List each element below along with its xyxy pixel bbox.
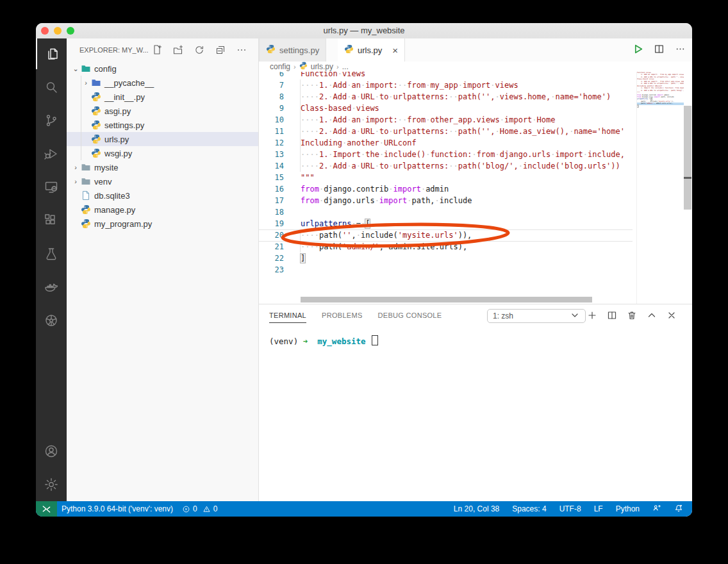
status-item-python[interactable]: Python <box>616 504 640 513</box>
terminal-select-value: 1: zsh <box>493 311 513 320</box>
status-item-ln-20-col-38[interactable]: Ln 20, Col 38 <box>454 504 499 513</box>
code-text: from·django.urls·import·path,·include <box>301 195 472 206</box>
explorer-actions <box>152 45 247 58</box>
kill-terminal-icon[interactable] <box>627 310 637 323</box>
feedback-icon[interactable] <box>652 504 661 515</box>
tree-item-wsgi-py[interactable]: wsgi.py <box>67 146 258 160</box>
code-line-11[interactable]: 11····2.·Add·a·URL·to·urlpatterns:··path… <box>259 126 633 137</box>
breadcrumb[interactable]: config› urls.py›... <box>259 62 692 72</box>
tree-item-my-program-py[interactable]: my_program.py <box>67 217 258 231</box>
close-icon[interactable]: × <box>392 46 398 55</box>
code-line-12[interactable]: 12Including·another·URLconf <box>259 137 633 149</box>
tree-item--pycache-[interactable]: ›__pycache__ <box>67 76 258 90</box>
code-line-17[interactable]: 17from·django.urls·import·path,·include <box>259 195 633 206</box>
activity-settings-gear-icon[interactable] <box>36 469 67 500</box>
status-left: Python 3.9.0 64-bit ('venv': venv) 0 0 <box>36 501 222 517</box>
code-line-16[interactable]: 16from·django.contrib·import·admin <box>259 183 633 195</box>
explorer-sidebar: EXPLORER: MY_W... ⌄config›__pycache__ __… <box>67 38 259 501</box>
code-line-19[interactable]: 19urlpatterns·=·[ <box>259 218 633 229</box>
split-terminal-icon[interactable] <box>607 310 617 323</box>
tree-item-venv[interactable]: ›venv <box>67 174 258 188</box>
code-line-10[interactable]: 10····1.·Add·an·import:··from·other_app.… <box>259 114 633 126</box>
code-area[interactable]: 6Function·views7····1.·Add·an·import:··f… <box>259 72 633 304</box>
code-text: ····path('admin/',·admin.site.urls), <box>301 241 467 253</box>
run-python-file-icon[interactable] <box>633 44 643 57</box>
activity-testing-icon[interactable] <box>36 238 67 269</box>
minimap[interactable]: Function·views····1.·Add·an·import:··fro… <box>636 72 684 304</box>
chevron-right-icon[interactable]: › <box>81 79 91 87</box>
tree-item-manage-py[interactable]: manage.py <box>67 203 258 217</box>
breadcrumb-item[interactable]: urls.py <box>311 62 333 71</box>
tab-settings-py[interactable]: settings.py <box>259 38 326 62</box>
new-terminal-icon[interactable] <box>587 310 597 323</box>
line-number: 6 <box>259 72 284 79</box>
tree-item-asgi-py[interactable]: asgi.py <box>67 104 258 118</box>
panel-tab-problems[interactable]: PROBLEMS <box>322 311 363 323</box>
more-actions-icon[interactable] <box>675 44 686 57</box>
tree-item-urls-py[interactable]: urls.py <box>67 132 258 146</box>
horizontal-scrollbar-thumb[interactable] <box>301 297 592 303</box>
activity-docker-icon[interactable] <box>36 272 67 303</box>
titlebar[interactable]: urls.py — my_website <box>36 23 692 39</box>
chevron-right-icon[interactable]: › <box>70 178 81 185</box>
code-text: ····1.·Add·an·import:··from·other_app.vi… <box>301 114 555 126</box>
bell-icon[interactable] <box>674 504 683 515</box>
problems-status[interactable]: 0 0 <box>178 501 222 517</box>
chevron-down-icon[interactable]: ⌄ <box>70 65 81 73</box>
code-line-15[interactable]: 15""" <box>259 172 633 183</box>
line-number: 12 <box>259 137 284 149</box>
tree-item--init-py[interactable]: __init__.py <box>67 90 258 104</box>
breadcrumb-item[interactable]: config <box>270 62 290 71</box>
collapse-all-icon[interactable] <box>215 45 226 58</box>
tree-item-db-sqlite3[interactable]: db.sqlite3 <box>67 188 258 203</box>
maximize-panel-icon[interactable] <box>647 310 657 323</box>
code-line-22[interactable]: 22] <box>259 253 633 264</box>
activity-search-icon[interactable] <box>36 72 67 103</box>
activity-extensions-icon[interactable] <box>36 205 67 236</box>
tree-item-settings-py[interactable]: settings.py <box>67 118 258 132</box>
code-line-7[interactable]: 7····1.·Add·an·import:··from·my_app·impo… <box>259 79 633 91</box>
code-line-14[interactable]: 14····2.·Add·a·URL·to·urlpatterns:··path… <box>259 160 633 172</box>
new-file-icon[interactable] <box>152 45 162 58</box>
panel-tabs: TERMINALPROBLEMSDEBUG CONSOLE <box>269 311 442 323</box>
tree-item-mysite[interactable]: ›mysite <box>67 160 258 174</box>
status-item-spaces-4[interactable]: Spaces: 4 <box>512 504 546 513</box>
chevron-right-icon[interactable]: › <box>70 163 81 171</box>
python-interpreter[interactable]: Python 3.9.0 64-bit ('venv': venv) <box>57 501 178 517</box>
panel-tab-terminal[interactable]: TERMINAL <box>269 311 306 323</box>
new-folder-icon[interactable] <box>173 45 183 58</box>
code-line-13[interactable]: 13····1.·Import·the·include()·function:·… <box>259 149 633 160</box>
activity-remote-explorer-icon[interactable] <box>36 172 67 203</box>
code-text: urlpatterns·=·[ <box>301 218 370 229</box>
vertical-scrollbar-thumb[interactable] <box>684 106 691 210</box>
close-panel-icon[interactable] <box>666 310 677 323</box>
tab-urls-py[interactable]: urls.py× <box>338 38 405 62</box>
status-item-lf[interactable]: LF <box>594 504 603 513</box>
line-number: 9 <box>259 103 284 114</box>
activity-account-icon[interactable] <box>36 436 67 467</box>
activity-source-control-icon[interactable] <box>36 105 67 136</box>
activity-kubernetes-icon[interactable] <box>36 305 67 336</box>
code-line-23[interactable]: 23 <box>259 264 633 276</box>
code-line-18[interactable]: 18 <box>259 206 633 218</box>
code-editor[interactable]: 6Function·views7····1.·Add·an·import:··f… <box>259 72 692 304</box>
breadcrumb-item[interactable]: ... <box>342 62 349 71</box>
refresh-icon[interactable] <box>194 45 204 58</box>
activity-explorer-icon[interactable] <box>36 38 68 69</box>
bottom-panel: TERMINALPROBLEMSDEBUG CONSOLE 1: zsh (ve… <box>259 304 692 501</box>
activity-run-debug-icon[interactable] <box>36 138 67 169</box>
remote-indicator[interactable] <box>36 501 57 517</box>
code-line-21[interactable]: 21····path('admin/',·admin.site.urls), <box>259 241 633 253</box>
terminal-select[interactable]: 1: zsh <box>487 309 586 323</box>
panel-tab-debug-console[interactable]: DEBUG CONSOLE <box>378 311 442 323</box>
tree-item-config[interactable]: ⌄config <box>67 62 258 76</box>
code-line-20[interactable]: 20····path('',·include('mysite.urls')), <box>259 229 633 241</box>
code-line-8[interactable]: 8····2.·Add·a·URL·to·urlpatterns:··path(… <box>259 91 633 103</box>
split-editor-icon[interactable] <box>654 44 665 57</box>
vertical-scrollbar[interactable] <box>683 72 692 304</box>
code-line-6[interactable]: 6Function·views <box>259 72 633 79</box>
status-item-utf-8[interactable]: UTF-8 <box>559 504 581 513</box>
code-line-9[interactable]: 9Class-based·views <box>259 103 633 114</box>
more-icon[interactable] <box>236 45 247 58</box>
terminal-output[interactable]: (venv) ➜ my_website <box>269 335 378 346</box>
